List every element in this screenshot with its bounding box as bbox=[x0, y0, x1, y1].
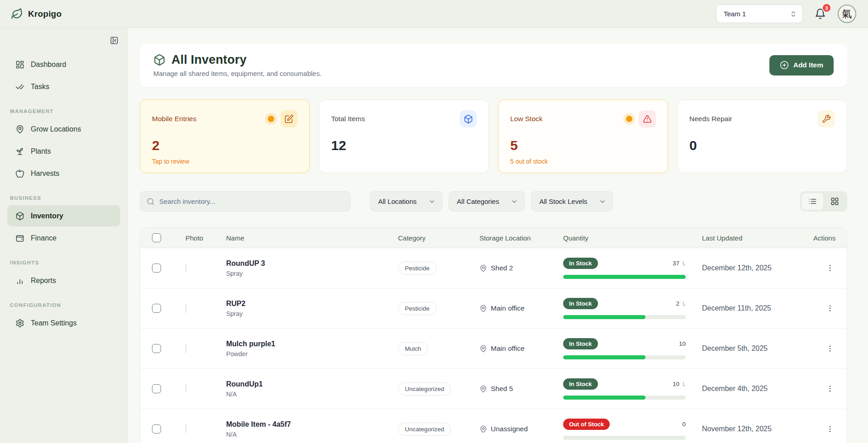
column-header-category: Category bbox=[398, 234, 479, 242]
table-row[interactable]: Mobile Item - 4a5f7 N/A Uncategorized Un… bbox=[140, 409, 847, 443]
row-actions-menu-button[interactable] bbox=[822, 260, 838, 276]
brand: Kropigo bbox=[11, 8, 62, 20]
stat-note: Tap to review bbox=[152, 158, 298, 165]
team-selector[interactable]: Team 1 bbox=[716, 5, 803, 23]
dashboard-icon bbox=[15, 60, 24, 69]
pulse-dot-icon bbox=[268, 116, 274, 122]
search-input[interactable] bbox=[159, 198, 344, 205]
sidebar-item-inventory[interactable]: Inventory bbox=[7, 205, 120, 226]
category-pill: Pesticide bbox=[398, 302, 436, 315]
stat-note: 5 out of stock bbox=[510, 158, 656, 165]
inventory-box-icon bbox=[153, 54, 166, 66]
row-checkbox[interactable] bbox=[152, 424, 161, 434]
search-box bbox=[140, 191, 351, 212]
stat-card-low-stock[interactable]: Low Stock 5 5 out of stock bbox=[498, 99, 668, 173]
notifications-button[interactable]: 3 bbox=[814, 7, 827, 20]
item-photo bbox=[185, 344, 186, 353]
row-actions-menu-button[interactable] bbox=[822, 381, 838, 396]
stat-value: 12 bbox=[331, 138, 477, 153]
sidebar-nav: Dashboard Tasks MANAGEMENT Grow Location… bbox=[7, 54, 120, 334]
row-checkbox[interactable] bbox=[152, 264, 161, 273]
apple-icon bbox=[15, 169, 24, 178]
location-label: Unassigned bbox=[491, 425, 528, 433]
status-badge: In Stock bbox=[563, 298, 598, 309]
stock-levels-filter-dropdown[interactable]: All Stock Levels bbox=[531, 191, 613, 212]
map-pin-icon bbox=[15, 125, 24, 134]
sidebar-item-harvests[interactable]: Harvests bbox=[7, 163, 120, 184]
search-icon bbox=[147, 198, 155, 206]
column-header-last-updated: Last Updated bbox=[702, 234, 813, 242]
sidebar-collapse-button[interactable] bbox=[108, 34, 120, 47]
select-all-checkbox[interactable] bbox=[152, 233, 161, 242]
locations-filter-dropdown[interactable]: All Locations bbox=[370, 191, 442, 212]
sidebar-item-plants[interactable]: Plants bbox=[7, 141, 120, 162]
inventory-table: Photo Name Category Storage Location Qua… bbox=[140, 227, 847, 443]
item-photo bbox=[185, 304, 186, 312]
chevron-down-icon bbox=[599, 198, 606, 205]
grid-view-button[interactable] bbox=[824, 193, 845, 210]
quantity-progress-fill bbox=[563, 396, 645, 400]
grid-icon bbox=[830, 197, 839, 206]
table-row[interactable]: RUP2 Spray Pesticide Main office In Stoc… bbox=[140, 288, 847, 329]
row-checkbox[interactable] bbox=[152, 344, 161, 353]
item-name: RUP2 bbox=[226, 300, 398, 308]
table-row[interactable]: RoundUP 3 Spray Pesticide Shed 2 In Stoc… bbox=[140, 248, 847, 288]
row-actions-menu-button[interactable] bbox=[822, 421, 838, 437]
map-pin-icon bbox=[479, 385, 487, 393]
table-header-row: Photo Name Category Storage Location Qua… bbox=[140, 228, 847, 248]
page-subtitle: Manage all shared items, equipment, and … bbox=[153, 70, 322, 77]
sidebar-item-label: Grow Locations bbox=[31, 125, 81, 133]
team-selector-value: Team 1 bbox=[724, 10, 746, 18]
sidebar-item-reports[interactable]: Reports bbox=[7, 270, 120, 291]
sidebar-item-finance[interactable]: Finance bbox=[7, 227, 120, 249]
sidebar-item-dashboard[interactable]: Dashboard bbox=[7, 54, 120, 75]
list-view-button[interactable] bbox=[802, 193, 823, 210]
filter-bar: All Locations All Categories All Stock L… bbox=[140, 191, 847, 212]
map-pin-icon bbox=[479, 425, 487, 433]
brand-name: Kropigo bbox=[28, 9, 62, 19]
chevron-down-icon bbox=[428, 198, 436, 205]
stat-card-mobile-entries[interactable]: Mobile Entries 2 Tap to review bbox=[140, 99, 310, 173]
map-pin-icon bbox=[479, 264, 487, 272]
quantity-unit: L bbox=[683, 381, 686, 387]
table-row[interactable]: RoundUp1 N/A Uncategorized Shed 5 In Sto… bbox=[140, 369, 847, 409]
column-header-photo: Photo bbox=[176, 234, 226, 242]
categories-filter-dropdown[interactable]: All Categories bbox=[449, 191, 525, 212]
quantity-value: 0 bbox=[682, 421, 686, 428]
sidebar-item-tasks[interactable]: Tasks bbox=[7, 76, 120, 97]
row-checkbox[interactable] bbox=[152, 304, 161, 313]
status-badge: Out of Stock bbox=[563, 419, 610, 430]
quantity-progress-bar bbox=[563, 315, 686, 319]
sidebar-item-grow-locations[interactable]: Grow Locations bbox=[7, 118, 120, 140]
location-label: Shed 2 bbox=[491, 264, 513, 272]
chevron-down-icon bbox=[511, 198, 518, 205]
topbar: Kropigo Team 1 3 氣 bbox=[0, 0, 868, 28]
row-checkbox[interactable] bbox=[152, 384, 161, 393]
add-item-button[interactable]: Add Item bbox=[769, 55, 834, 75]
quantity-value: 10 bbox=[673, 381, 679, 387]
page-header: All Inventory Manage all shared items, e… bbox=[140, 44, 847, 87]
quantity-unit: L bbox=[683, 301, 686, 307]
quantity-progress-bar bbox=[563, 355, 686, 359]
avatar-glyph: 氣 bbox=[842, 7, 852, 21]
gear-icon bbox=[15, 319, 24, 328]
stat-value: 0 bbox=[689, 138, 835, 153]
row-actions-menu-button[interactable] bbox=[822, 341, 838, 356]
row-actions-menu-button[interactable] bbox=[822, 301, 838, 316]
table-body: RoundUP 3 Spray Pesticide Shed 2 In Stoc… bbox=[140, 248, 847, 443]
status-badge: In Stock bbox=[563, 378, 598, 390]
column-header-storage-location: Storage Location bbox=[479, 234, 563, 242]
user-avatar[interactable]: 氣 bbox=[838, 5, 856, 23]
leaf-logo-icon bbox=[11, 8, 23, 20]
sidebar-item-label: Reports bbox=[31, 277, 56, 285]
sidebar-section-insights: INSIGHTS bbox=[10, 260, 119, 265]
quantity-value: 37 bbox=[673, 260, 679, 267]
quantity-progress-fill bbox=[563, 275, 686, 279]
table-row[interactable]: Mulch purple1 Powder Mulch Main office I… bbox=[140, 329, 847, 369]
sidebar-section-configuration: CONFIGURATION bbox=[10, 302, 119, 308]
sidebar-item-team-settings[interactable]: Team Settings bbox=[7, 312, 120, 334]
last-updated: December 5th, 2025 bbox=[702, 344, 813, 353]
main-content: All Inventory Manage all shared items, e… bbox=[128, 28, 868, 443]
locations-filter-value: All Locations bbox=[378, 198, 417, 205]
sidebar-item-label: Team Settings bbox=[31, 319, 76, 327]
